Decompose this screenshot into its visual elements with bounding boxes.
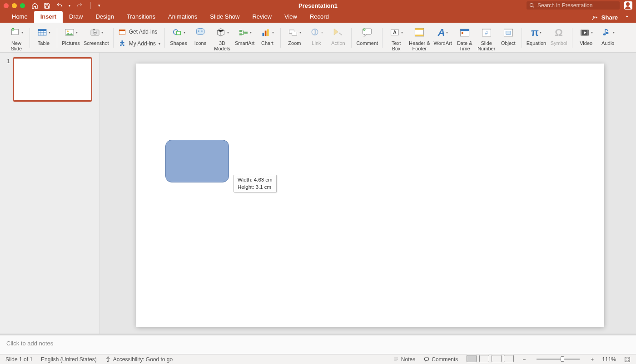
screenshot-label: Screenshot <box>84 40 109 46</box>
table-label: Table <box>38 40 50 46</box>
close-window-button[interactable] <box>4 3 9 8</box>
tab-home[interactable]: Home <box>5 11 34 23</box>
redo-icon[interactable] <box>76 2 83 9</box>
save-icon[interactable] <box>44 2 50 9</box>
svg-rect-37 <box>460 29 469 31</box>
pictures-button[interactable]: ▾ Pictures <box>60 25 82 47</box>
status-language[interactable]: English (United States) <box>41 356 97 363</box>
wordart-button[interactable]: A▾ WordArt <box>432 25 454 47</box>
notes-pane[interactable]: Click to add notes <box>0 335 636 354</box>
link-label: Link <box>312 40 321 46</box>
date-time-button[interactable]: Date & Time <box>454 25 476 52</box>
tab-review[interactable]: Review <box>246 11 278 23</box>
tab-animations[interactable]: Animations <box>162 11 204 23</box>
tab-design[interactable]: Design <box>89 11 120 23</box>
document-title: Presentation1 <box>298 2 338 9</box>
table-button[interactable]: ▾ Table <box>33 25 55 47</box>
video-label: Video <box>580 40 592 46</box>
symbol-label: Symbol <box>551 40 567 46</box>
new-slide-button[interactable]: ▾ New Slide <box>5 25 27 52</box>
svg-text:#: # <box>485 30 488 35</box>
svg-rect-25 <box>267 30 269 36</box>
svg-rect-34 <box>415 28 424 30</box>
svg-point-12 <box>94 32 96 34</box>
svg-rect-21 <box>239 34 242 36</box>
date-time-label: Date & Time <box>457 40 472 51</box>
slide-canvas[interactable]: Width: 4.63 cm Height: 3.1 cm <box>136 64 604 327</box>
smartart-button[interactable]: ▾ SmartArt <box>233 25 256 47</box>
svg-rect-1 <box>45 6 48 8</box>
slide-canvas-area[interactable]: Width: 4.63 cm Height: 3.1 cm <box>100 53 636 334</box>
reading-view-button[interactable] <box>492 355 502 362</box>
zoom-out-button[interactable]: − <box>522 356 526 363</box>
tab-view[interactable]: View <box>278 11 303 23</box>
wordart-label: WordArt <box>434 40 452 46</box>
slide-number-button[interactable]: # Slide Number <box>476 25 497 52</box>
icons-button[interactable]: Icons <box>189 25 211 47</box>
shape-size-tooltip: Width: 4.63 cm Height: 3.1 cm <box>234 175 277 192</box>
slide-sorter-view-button[interactable] <box>479 355 489 362</box>
equation-button[interactable]: π▾ Equation <box>525 25 548 47</box>
svg-rect-42 <box>506 31 511 34</box>
maximize-window-button[interactable] <box>20 3 25 8</box>
fit-to-window-button[interactable] <box>624 356 631 363</box>
search-box[interactable] <box>527 1 620 10</box>
status-accessibility[interactable]: Accessibility: Good to go <box>105 356 173 363</box>
zoom-button[interactable]: ▾ Zoom <box>283 25 305 47</box>
screenshot-button[interactable]: ▾ Screenshot <box>82 25 111 47</box>
share-button[interactable]: Share ⌃ <box>591 14 631 23</box>
qat-customize-icon[interactable]: ▾ <box>98 3 100 8</box>
workspace: 1 Width: 4.63 cm Height: 3.1 cm <box>0 53 636 334</box>
tab-slideshow[interactable]: Slide Show <box>204 11 246 23</box>
ribbon: ▾ New Slide ▾ Table ▾ Pictures ▾ Screens… <box>0 23 636 53</box>
zoom-label: Zoom <box>288 40 301 46</box>
audio-button[interactable]: ▾ Audio <box>597 25 619 47</box>
rounded-rectangle-shape[interactable] <box>165 140 229 182</box>
tab-record[interactable]: Record <box>303 11 335 23</box>
3d-models-button[interactable]: ▾ 3D Models <box>211 25 233 52</box>
fit-icon <box>624 356 631 363</box>
slide-thumbnail-panel[interactable]: 1 <box>0 53 100 334</box>
tab-draw[interactable]: Draw <box>63 11 89 23</box>
svg-rect-0 <box>45 3 48 4</box>
svg-text:A: A <box>393 30 397 35</box>
comment-button[interactable]: Comment <box>354 25 380 47</box>
chart-label: Chart <box>261 40 273 46</box>
undo-dropdown-icon[interactable]: ▾ <box>69 4 70 8</box>
zoom-slider-knob[interactable] <box>561 356 564 362</box>
account-avatar-icon[interactable] <box>624 1 632 10</box>
ribbon-tabs: Home Insert Draw Design Transitions Anim… <box>0 11 636 23</box>
action-label: Action <box>331 40 345 46</box>
svg-rect-17 <box>177 31 181 35</box>
comments-toggle-button[interactable]: Comments <box>423 356 458 363</box>
svg-rect-20 <box>239 30 242 32</box>
zoom-in-button[interactable]: + <box>591 356 594 363</box>
notes-toggle-button[interactable]: Notes <box>393 356 415 363</box>
text-box-button[interactable]: A▾ Text Box <box>385 25 407 52</box>
shapes-button[interactable]: ▾ Shapes <box>168 25 189 47</box>
chart-button[interactable]: ▾ Chart <box>256 25 278 47</box>
symbol-button: Ω Symbol <box>548 25 570 47</box>
header-footer-button[interactable]: Header & Footer <box>407 25 432 52</box>
my-addins-button[interactable]: My Add-ins ▾ <box>116 39 162 48</box>
normal-view-button[interactable] <box>467 355 477 362</box>
search-input[interactable] <box>537 2 617 9</box>
slideshow-view-button[interactable] <box>504 355 514 362</box>
object-button[interactable]: Object <box>497 25 519 47</box>
video-button[interactable]: ▾ Video <box>575 25 597 47</box>
minimize-window-button[interactable] <box>12 3 17 8</box>
zoom-slider[interactable] <box>537 359 580 360</box>
svg-point-9 <box>67 30 69 32</box>
zoom-level[interactable]: 111% <box>602 356 616 363</box>
svg-rect-24 <box>265 31 267 36</box>
tab-insert[interactable]: Insert <box>34 11 63 23</box>
tab-transitions[interactable]: Transitions <box>120 11 162 23</box>
slide-thumbnail-1[interactable] <box>13 57 92 102</box>
undo-icon[interactable] <box>56 2 63 9</box>
home-icon[interactable] <box>31 2 38 9</box>
ribbon-collapse-icon[interactable]: ⌃ <box>625 15 629 20</box>
comment-label: Comment <box>356 40 378 46</box>
window-controls <box>4 3 25 8</box>
status-slide-indicator[interactable]: Slide 1 of 1 <box>5 356 33 363</box>
get-addins-button[interactable]: Get Add-ins <box>116 27 162 36</box>
